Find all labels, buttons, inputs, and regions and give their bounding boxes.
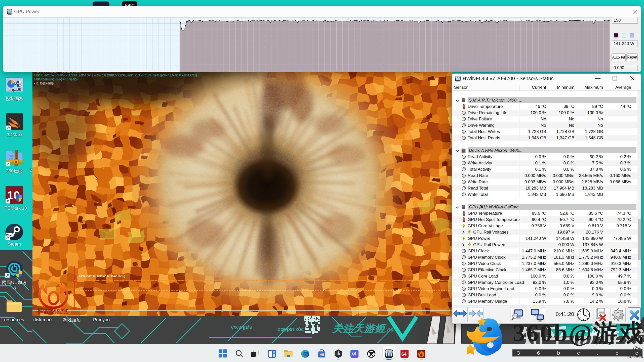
svg-text:FurMark: FurMark [38,307,68,314]
svg-text:/A: /A [351,351,357,356]
svg-text:ZIP: ZIP [9,158,13,161]
svg-text:360: 360 [9,155,13,158]
svg-text:64: 64 [401,352,407,357]
